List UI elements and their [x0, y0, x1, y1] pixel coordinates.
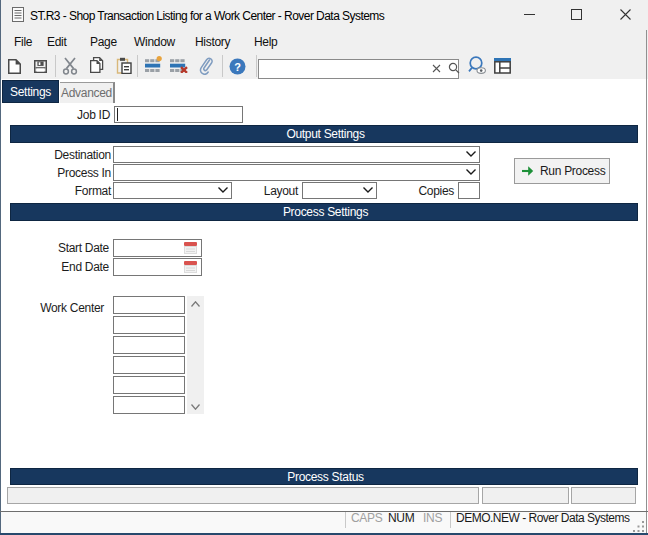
svg-text:?: ?	[234, 61, 241, 73]
